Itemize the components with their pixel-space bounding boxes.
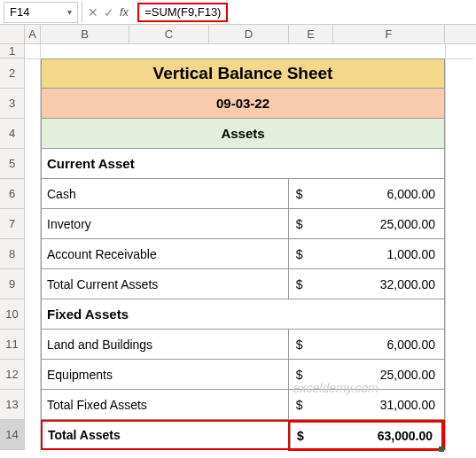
item-label: Equipments	[42, 360, 289, 389]
row-header[interactable]: 14	[0, 420, 25, 450]
date-value: 09-03-22	[216, 96, 269, 111]
formula-input[interactable]: =SUM(F9,F13)	[137, 3, 228, 22]
col-header[interactable]: C	[129, 25, 209, 43]
row-header[interactable]: 8	[0, 239, 25, 269]
table-row[interactable]: Cash $ 6,000.00	[41, 179, 445, 209]
total-label: Total Assets	[43, 422, 291, 448]
name-box[interactable]: F14 ▾	[4, 2, 78, 23]
item-label: Invetory	[42, 209, 289, 238]
item-label: Total Fixed Assets	[42, 390, 289, 419]
currency-symbol: $	[289, 269, 333, 299]
row-header[interactable]: 2	[0, 58, 25, 89]
item-value: 32,000.00	[333, 269, 444, 299]
currency-symbol: $	[289, 239, 333, 268]
total-value: 63,000.00	[333, 423, 441, 449]
table-row[interactable]: Total Current Assets $ 32,000.00	[41, 269, 445, 299]
cell-ref: F14	[10, 5, 29, 19]
item-value: 25,000.00	[333, 209, 444, 238]
watermark: exceldemy.com	[293, 381, 378, 395]
row-header[interactable]: 4	[0, 119, 25, 149]
row-header[interactable]: 1	[0, 44, 25, 58]
currency-symbol: $	[289, 179, 333, 208]
chevron-down-icon[interactable]: ▾	[67, 7, 72, 17]
row-header[interactable]: 7	[0, 209, 25, 239]
table-row[interactable]: Invetory $ 25,000.00	[41, 209, 445, 239]
item-label: Cash	[42, 179, 289, 208]
formula-text: =SUM(F9,F13)	[144, 5, 221, 19]
row-header[interactable]: 5	[0, 149, 25, 179]
title-row[interactable]: Vertical Balance Sheet	[41, 58, 445, 89]
subheader-label: Fixed Assets	[47, 307, 129, 322]
cancel-icon[interactable]: ✕	[88, 5, 98, 19]
subheader-label: Current Asset	[47, 156, 135, 171]
table-row[interactable]: Total Fixed Assets $ 31,000.00	[41, 390, 445, 420]
currency-symbol: $	[290, 423, 333, 449]
item-value: 1,000.00	[333, 239, 444, 268]
col-header[interactable]: B	[41, 25, 129, 43]
formula-bar: F14 ▾ ✕ ✓ fx =SUM(F9,F13)	[0, 0, 476, 25]
row-header[interactable]: 6	[0, 179, 25, 209]
currency-symbol: $	[289, 330, 333, 359]
col-header[interactable]: E	[289, 25, 333, 43]
table-row[interactable]: Account Receivable $ 1,000.00	[41, 239, 445, 269]
col-header[interactable]: A	[25, 25, 41, 43]
item-label: Total Current Assets	[42, 269, 289, 299]
item-value: 6,000.00	[333, 330, 444, 359]
currency-symbol: $	[289, 209, 333, 238]
item-value: 6,000.00	[333, 179, 444, 208]
row-header[interactable]: 10	[0, 299, 25, 330]
row-header[interactable]: 11	[0, 330, 25, 360]
row-header[interactable]: 12	[0, 360, 25, 390]
fx-icon[interactable]: fx	[120, 5, 129, 19]
col-header[interactable]: D	[209, 25, 289, 43]
table-row[interactable]: Land and Buildings $ 6,000.00	[41, 330, 445, 360]
item-label: Land and Buildings	[42, 330, 289, 359]
accept-icon[interactable]: ✓	[104, 5, 114, 19]
section-label: Assets	[221, 126, 264, 141]
column-headers: A B C D E F	[0, 25, 476, 44]
subheader-row[interactable]: Fixed Assets	[41, 299, 445, 330]
section-row[interactable]: Assets	[41, 119, 445, 149]
item-label: Account Receivable	[42, 239, 289, 268]
row-header[interactable]: 3	[0, 89, 25, 119]
row-header[interactable]: 9	[0, 269, 25, 299]
table-row[interactable]: Equipments $ 25,000.00	[41, 360, 445, 390]
col-header[interactable]: F	[333, 25, 445, 43]
row-header[interactable]: 13	[0, 390, 25, 420]
fill-handle[interactable]	[439, 446, 444, 452]
row-headers: 1 2 3 4 5 6 7 8 9 10 11 12 13 14	[0, 44, 25, 450]
date-row[interactable]: 09-03-22	[41, 89, 445, 119]
total-row[interactable]: Total Assets $ 63,000.00	[41, 420, 445, 450]
page-title: Vertical Balance Sheet	[153, 64, 333, 83]
select-all[interactable]	[0, 25, 25, 43]
subheader-row[interactable]: Current Asset	[41, 149, 445, 179]
